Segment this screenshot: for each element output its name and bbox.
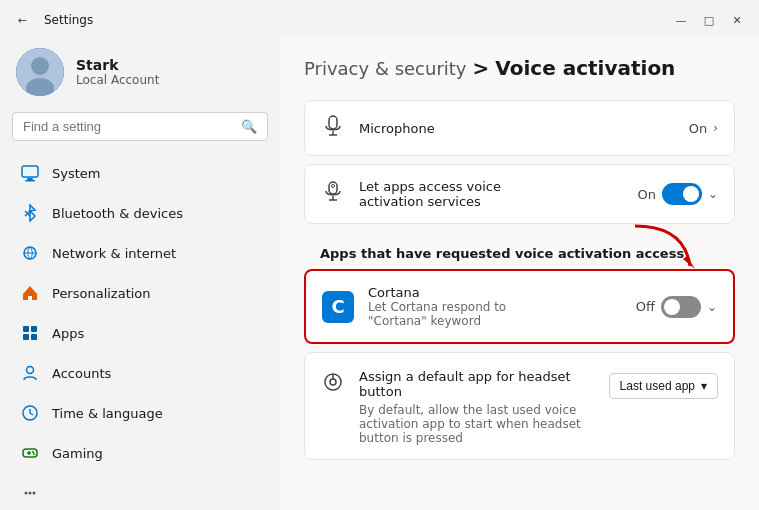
svg-point-23 xyxy=(25,492,28,495)
sidebar-item-label-gaming: Gaming xyxy=(52,446,103,461)
maximize-button[interactable]: □ xyxy=(699,10,719,30)
voice-access-icon xyxy=(321,181,345,207)
sidebar-item-label-network: Network & internet xyxy=(52,246,176,261)
assign-desc2: activation app to start when headset xyxy=(359,417,595,431)
assign-icon xyxy=(321,371,345,397)
let-apps-chevron: ⌄ xyxy=(708,187,718,201)
sidebar-item-bluetooth[interactable]: Bluetooth & devices xyxy=(8,193,272,233)
cortana-icon: C xyxy=(322,291,354,323)
system-icon xyxy=(20,163,40,183)
back-button[interactable]: ← xyxy=(12,10,32,30)
assign-desc: By default, allow the last used voice xyxy=(359,403,595,417)
svg-rect-13 xyxy=(31,334,37,340)
cortana-status: Off xyxy=(636,299,655,314)
sidebar-item-label-time: Time & language xyxy=(52,406,163,421)
assign-action: Last used app ▾ xyxy=(609,373,718,399)
sidebar-item-apps[interactable]: Apps xyxy=(8,313,272,353)
cortana-desc: Let Cortana respond to xyxy=(368,300,622,314)
close-button[interactable]: ✕ xyxy=(727,10,747,30)
cortana-row[interactable]: C Cortana Let Cortana respond to "Cortan… xyxy=(306,271,733,342)
cortana-text: Cortana Let Cortana respond to "Cortana"… xyxy=(368,285,622,328)
user-section[interactable]: Stark Local Account xyxy=(8,36,272,112)
search-box[interactable]: 🔍 xyxy=(12,112,268,141)
time-icon xyxy=(20,403,40,423)
sidebar-item-time[interactable]: Time & language xyxy=(8,393,272,433)
assign-app-card: Assign a default app for headset button … xyxy=(304,352,735,460)
svg-rect-12 xyxy=(23,334,29,340)
svg-rect-3 xyxy=(22,166,38,177)
sidebar-item-label-personalization: Personalization xyxy=(52,286,151,301)
network-icon xyxy=(20,243,40,263)
sidebar: Stark Local Account 🔍 System Bluetooth &… xyxy=(0,36,280,510)
cortana-area: C Cortana Let Cortana respond to "Cortan… xyxy=(304,269,735,344)
search-input[interactable] xyxy=(23,119,233,134)
microphone-text: Microphone xyxy=(359,121,675,136)
let-apps-card: Let apps access voice activation service… xyxy=(304,164,735,224)
microphone-icon xyxy=(321,115,345,141)
sidebar-item-network[interactable]: Network & internet xyxy=(8,233,272,273)
sidebar-item-label-apps: Apps xyxy=(52,326,84,341)
microphone-status: On xyxy=(689,121,707,136)
svg-point-21 xyxy=(32,451,34,453)
dropdown-label: Last used app xyxy=(620,379,695,393)
cortana-action: Off ⌄ xyxy=(636,296,717,318)
main-content: Privacy & security > Voice activation Mi… xyxy=(280,36,759,510)
cortana-desc2: "Cortana" keyword xyxy=(368,314,622,328)
cortana-toggle-thumb xyxy=(664,299,680,315)
section-header: Apps that have requested voice activatio… xyxy=(304,232,735,269)
microphone-row[interactable]: Microphone On › xyxy=(305,101,734,155)
let-apps-toggle[interactable] xyxy=(662,183,702,205)
assign-app-row[interactable]: Assign a default app for headset button … xyxy=(305,353,734,459)
svg-rect-10 xyxy=(23,326,29,332)
avatar xyxy=(16,48,64,96)
sidebar-item-system[interactable]: System xyxy=(8,153,272,193)
cortana-chevron: ⌄ xyxy=(707,300,717,314)
gaming-icon xyxy=(20,443,40,463)
more-icon xyxy=(20,483,40,503)
user-type: Local Account xyxy=(76,73,159,87)
breadcrumb-parent: Privacy & security xyxy=(304,58,467,79)
svg-rect-11 xyxy=(31,326,37,332)
let-apps-text: Let apps access voice activation service… xyxy=(359,179,623,209)
cortana-card: C Cortana Let Cortana respond to "Cortan… xyxy=(304,269,735,344)
svg-point-14 xyxy=(27,367,34,374)
svg-point-32 xyxy=(332,185,335,188)
microphone-title: Microphone xyxy=(359,121,675,136)
let-apps-row[interactable]: Let apps access voice activation service… xyxy=(305,165,734,223)
svg-point-1 xyxy=(31,57,49,75)
sidebar-item-accounts[interactable]: Accounts xyxy=(8,353,272,393)
search-icon: 🔍 xyxy=(241,119,257,134)
svg-rect-26 xyxy=(329,116,337,129)
sidebar-item-personalization[interactable]: Personalization xyxy=(8,273,272,313)
svg-point-35 xyxy=(330,379,336,385)
last-used-app-dropdown[interactable]: Last used app ▾ xyxy=(609,373,718,399)
microphone-action: On › xyxy=(689,121,718,136)
cortana-icon-letter: C xyxy=(331,296,344,317)
sidebar-item-label-bluetooth: Bluetooth & devices xyxy=(52,206,183,221)
toggle-thumb xyxy=(683,186,699,202)
accounts-icon xyxy=(20,363,40,383)
assign-text: Assign a default app for headset button … xyxy=(359,369,595,445)
let-apps-title: Let apps access voice xyxy=(359,179,623,194)
microphone-card: Microphone On › xyxy=(304,100,735,156)
dropdown-chevron-icon: ▾ xyxy=(701,379,707,393)
let-apps-status: On xyxy=(637,187,655,202)
assign-title: Assign a default app for headset xyxy=(359,369,595,384)
svg-rect-9 xyxy=(28,296,32,300)
sidebar-item-gaming[interactable]: Gaming xyxy=(8,433,272,473)
titlebar: ← Settings — □ ✕ xyxy=(0,0,759,36)
svg-point-22 xyxy=(33,453,35,455)
cortana-toggle[interactable] xyxy=(661,296,701,318)
sidebar-item-more[interactable] xyxy=(8,473,272,510)
microphone-chevron: › xyxy=(713,121,718,135)
minimize-button[interactable]: — xyxy=(671,10,691,30)
breadcrumb-current: Voice activation xyxy=(495,56,675,80)
cortana-name: Cortana xyxy=(368,285,622,300)
bluetooth-icon xyxy=(20,203,40,223)
assign-title2: button xyxy=(359,384,595,399)
let-apps-action: On ⌄ xyxy=(637,183,718,205)
svg-rect-4 xyxy=(27,178,33,180)
svg-point-25 xyxy=(33,492,36,495)
user-info: Stark Local Account xyxy=(76,57,159,87)
apps-icon xyxy=(20,323,40,343)
